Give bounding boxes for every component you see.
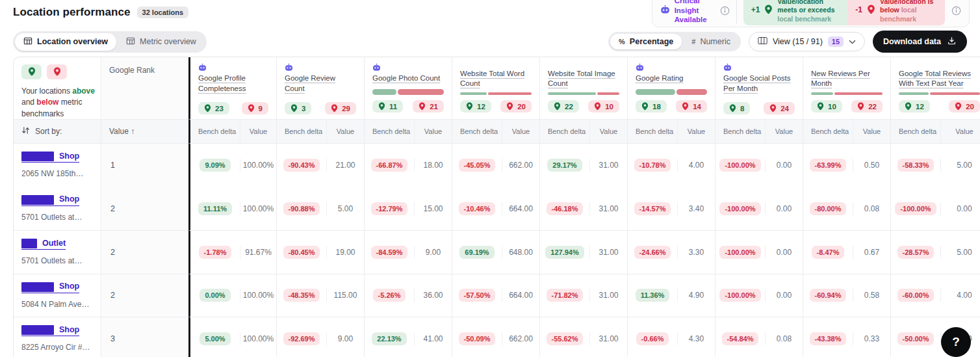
below-count-pill: 14 — [676, 100, 707, 112]
bench-delta-pill: -54.84% — [722, 332, 759, 345]
subheader-website-total-image-count: Bench delta Value — [539, 119, 627, 144]
bench-delta-cell: -60.94% — [803, 289, 853, 302]
column-header-google-rank: Google Rank — [101, 57, 188, 119]
below-count-pill: 22 — [851, 100, 883, 112]
subheader-google-social-posts-per-month: Bench delta Value — [715, 119, 803, 144]
value-header: Value — [941, 120, 980, 143]
value-header: Value — [240, 120, 276, 143]
value-header: Value — [766, 120, 803, 143]
value-cell: 31.00 — [590, 204, 627, 213]
location-link[interactable]: Shop — [21, 151, 79, 163]
metric-cell-google-rating: -14.57% 3.40 — [627, 187, 715, 231]
benchmark-ratio-bar — [811, 92, 883, 96]
location-address: 8225 Arroyo Cir #… — [21, 343, 96, 352]
metric-name[interactable]: Google Rating — [636, 73, 707, 84]
bench-delta-cell: -24.66% — [628, 246, 678, 259]
bench-delta-cell: -90.88% — [277, 202, 327, 215]
benchmark-ratio-bar — [899, 92, 980, 96]
bench-delta-cell: 11.11% — [190, 202, 240, 215]
metric-cell-website-total-image-count: -55.62% 31.00 — [539, 317, 627, 357]
tab-location-overview[interactable]: Location overview — [15, 33, 116, 51]
info-icon[interactable] — [720, 6, 730, 16]
pin-icon — [764, 5, 773, 17]
value-cell: 4.00 — [941, 291, 980, 300]
metric-name[interactable]: New Reviews Per Month — [811, 69, 883, 89]
metric-name[interactable]: Website Total Image Count — [548, 69, 619, 89]
toggle-percentage[interactable]: % Percentage — [610, 34, 682, 49]
value-header: Value — [853, 120, 890, 143]
legend-below-benchmark: -1 Value/location is below local benchma… — [847, 0, 945, 25]
toggle-numeric[interactable]: # Numeric — [683, 34, 739, 49]
bench-delta-cell: -60.00% — [891, 289, 941, 302]
metric-cell-google-review-count: -92.69% 9.00 — [276, 317, 364, 357]
bench-delta-pill: -1.78% — [199, 246, 232, 259]
metric-cell-google-rating: -24.66% 3.30 — [627, 230, 715, 274]
location-cell: Shop 5084 N Palm Ave… — [14, 274, 101, 317]
location-link[interactable]: Shop — [21, 194, 79, 206]
metric-cell-website-total-image-count: 127.94% 31.00 — [539, 230, 627, 274]
metric-name[interactable]: Google Social Posts Per Month — [723, 73, 795, 94]
bench-delta-cell: -100.00% — [716, 202, 766, 215]
google-rank-value: 2 — [101, 274, 188, 317]
metric-name[interactable]: Google Review Count — [285, 73, 356, 94]
subheader-new-reviews-per-month: Bench delta Value — [803, 119, 890, 144]
value-cell: 36.00 — [415, 291, 452, 300]
bench-delta-cell: -43.38% — [803, 332, 853, 345]
location-link[interactable]: Shop — [21, 282, 79, 293]
location-cell: Shop 2065 NW 185th… — [14, 144, 101, 187]
critical-insight-chip[interactable]: Critical Insight Available — [660, 0, 714, 25]
metric-cell-website-total-word-count: -45.05% 662.00 — [452, 144, 539, 187]
subheader-google-profile-completeness: Bench delta Value — [188, 119, 276, 144]
redacted-brand-name — [21, 195, 54, 205]
bench-delta-cell: 69.19% — [452, 246, 502, 259]
value-cell: 4.00 — [678, 161, 715, 170]
bench-delta-pill: -71.82% — [547, 289, 584, 302]
bench-delta-pill: -10.78% — [634, 159, 671, 172]
metric-cell-google-profile-completeness: -1.78% 91.67% — [188, 230, 276, 274]
value-cell: 4.90 — [678, 291, 715, 300]
icon-placeholder — [548, 62, 619, 68]
format-toggle: % Percentage # Numeric — [608, 32, 741, 51]
above-count-pill: 18 — [636, 100, 667, 112]
above-count-pill: 23 — [198, 102, 229, 114]
value-cell: 0.67 — [853, 248, 890, 257]
metric-cell-google-total-reviews-with-text-past-year: -60.00% 4.00 — [890, 274, 980, 317]
pin-icon — [867, 5, 875, 17]
bench-delta-cell: -10.46% — [452, 202, 502, 215]
location-link[interactable]: Outlet — [21, 238, 66, 250]
brand-label: Outlet — [42, 239, 66, 248]
metric-cell-google-photo-count: -12.79% 15.00 — [364, 187, 452, 231]
metric-cell-google-profile-completeness: 0.00% 100.00% — [188, 274, 276, 317]
metric-name[interactable]: Website Total Word Count — [460, 69, 532, 89]
value-cell: 5.00 — [941, 248, 980, 257]
above-count-pill: 12 — [460, 100, 491, 112]
download-data-button[interactable]: Download data — [873, 31, 967, 53]
metric-header-google-review-count: Google Review Count 3 29 — [276, 57, 364, 119]
bench-delta-cell: -71.82% — [540, 289, 590, 302]
value-cell: 0.00 — [766, 204, 803, 213]
rank-sort-header[interactable]: Value ↑ — [101, 119, 188, 144]
location-link[interactable]: Shop — [21, 324, 79, 336]
metric-cell-google-review-count: -48.35% 115.00 — [276, 274, 364, 317]
metric-name[interactable]: Google Total Reviews With Text Past Year — [899, 69, 980, 89]
bench-delta-cell: -46.18% — [540, 202, 590, 215]
metric-cell-google-rating: -0.66% 4.30 — [627, 317, 715, 357]
toolbar: Location overview Metric overview % Perc… — [13, 31, 967, 52]
metric-name[interactable]: Google Profile Completeness — [198, 73, 268, 94]
bench-delta-cell: -5.26% — [365, 289, 415, 302]
below-count-pill: 20 — [949, 100, 980, 112]
bench-delta-header: Bench delta — [716, 120, 766, 143]
info-icon[interactable] — [951, 6, 961, 16]
value-cell: 19.00 — [327, 248, 364, 257]
toolbar-right: % Percentage # Numeric View (15 / 91) 15… — [608, 31, 967, 53]
table-icon — [126, 36, 135, 47]
bench-delta-pill: 11.11% — [198, 202, 232, 215]
metric-cell-google-social-posts-per-month: -100.00% 0.00 — [715, 187, 803, 231]
view-columns-button[interactable]: View (15 / 91) 15 — [749, 32, 865, 51]
help-button[interactable]: ? — [941, 327, 971, 357]
redacted-brand-name — [21, 282, 54, 292]
metric-name[interactable]: Google Photo Count — [372, 73, 444, 84]
insight-robot-icon — [372, 62, 444, 72]
location-cell: Shop 5701 Outlets at… — [14, 187, 101, 231]
tab-metric-overview[interactable]: Metric overview — [118, 33, 205, 51]
